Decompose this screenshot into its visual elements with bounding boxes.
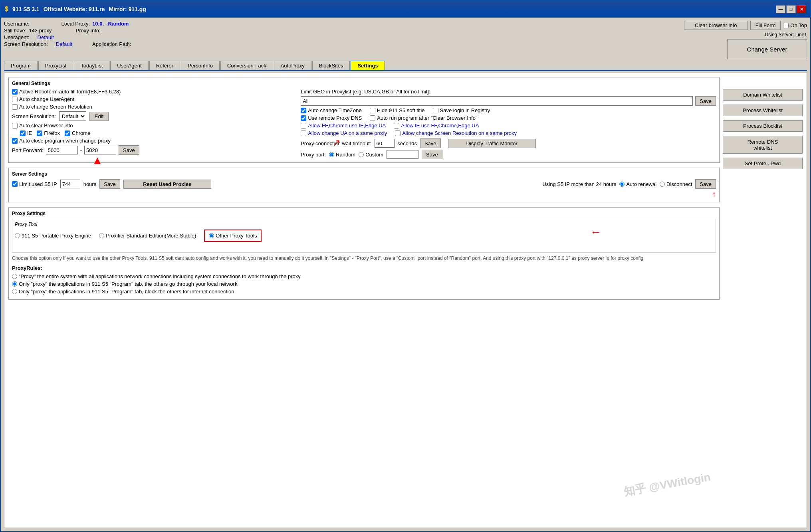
tab-todaylist[interactable]: TodayList: [74, 61, 109, 70]
on-top-label[interactable]: On Top: [783, 22, 807, 28]
save-geo-button[interactable]: Save: [695, 96, 716, 106]
proxy-rule-3-label[interactable]: Only "proxy" the applications in 911 S5 …: [12, 289, 234, 295]
timeout-input[interactable]: [375, 139, 395, 148]
random-radio-label[interactable]: Random: [329, 152, 355, 158]
tab-conversiontrack[interactable]: ConversionTrack: [220, 61, 273, 70]
auto-clear-browser-checkbox[interactable]: [12, 123, 18, 129]
tab-settings[interactable]: Settings: [351, 61, 385, 70]
save-proxy-port-button[interactable]: Save: [422, 150, 442, 159]
allow-ie-ff-chrome-checkbox[interactable]: [394, 123, 399, 129]
process-blocklist-button[interactable]: Process Blocklist: [723, 120, 803, 132]
chrome-checkbox[interactable]: [65, 131, 70, 136]
auto-change-screen-label[interactable]: Auto change Screen Resolution: [12, 104, 92, 110]
auto-change-ua-checkbox[interactable]: [12, 97, 18, 102]
port-from-input[interactable]: [46, 146, 78, 154]
firefox-label[interactable]: Firefox: [37, 130, 60, 136]
fill-form-button[interactable]: Fill Form: [750, 21, 781, 30]
save-timeout-button[interactable]: Save: [420, 138, 441, 148]
proxy-rule-2-label[interactable]: Only "proxy" the applications in 911 S5 …: [12, 281, 237, 287]
tab-program[interactable]: Program: [4, 61, 38, 70]
clear-browser-button[interactable]: Clear browser info: [684, 21, 748, 30]
auto-clear-browser-label[interactable]: Auto clear Browser info: [12, 123, 73, 129]
geo-input[interactable]: [301, 96, 693, 106]
limit-used-s5-checkbox[interactable]: [12, 181, 18, 187]
proxy-rule-2-radio[interactable]: [12, 281, 17, 287]
domain-whitelist-button[interactable]: Domain Whitelist: [723, 89, 803, 101]
hide-title-checkbox[interactable]: [370, 108, 375, 113]
custom-radio[interactable]: [359, 152, 364, 157]
auto-close-program-checkbox[interactable]: [12, 138, 18, 144]
remote-dns-whitelist-button[interactable]: Remote DNSwhitelist: [723, 136, 803, 154]
random-radio[interactable]: [329, 152, 334, 157]
allow-ie-ff-chrome-label[interactable]: Allow IE use FF,Chrome,Edge UA: [394, 123, 479, 129]
minimize-button[interactable]: —: [776, 5, 785, 13]
proxy-rule-3-radio[interactable]: [12, 289, 17, 294]
chrome-label[interactable]: Chrome: [65, 130, 90, 136]
tab-autoproxy[interactable]: AutoProxy: [274, 61, 311, 70]
ie-label[interactable]: IE: [20, 130, 32, 136]
maximize-button[interactable]: □: [786, 5, 796, 13]
tab-blocksites[interactable]: BlockSites: [312, 61, 350, 70]
useragent-value[interactable]: Default: [38, 34, 54, 40]
display-traffic-button[interactable]: Display Traffic Monitor: [448, 139, 536, 148]
allow-ff-chrome-ie-checkbox[interactable]: [301, 123, 306, 129]
port-to-input[interactable]: [84, 146, 116, 154]
auto-timezone-checkbox[interactable]: [301, 108, 306, 113]
allow-change-ua-proxy-label[interactable]: Allow change UA on a same proxy: [301, 130, 387, 136]
tool-proxifier-radio[interactable]: [99, 233, 104, 238]
tool-911-radio[interactable]: [15, 233, 20, 238]
allow-ff-chrome-ie-label[interactable]: Allow FF,Chrome use IE,Edge UA: [301, 123, 386, 129]
reset-used-proxies-button[interactable]: Reset Used Proxies: [123, 180, 211, 189]
allow-change-screen-proxy-label[interactable]: Allow change Screen Resolution on a same…: [395, 130, 517, 136]
use-remote-dns-label[interactable]: Use remote Proxy DNS: [301, 115, 362, 121]
use-remote-dns-checkbox[interactable]: [301, 115, 306, 121]
close-button[interactable]: ✕: [797, 5, 806, 13]
tool-911-label[interactable]: 911 S5 Portable Proxy Engine: [15, 233, 91, 239]
hours-input[interactable]: [60, 180, 80, 188]
limit-used-s5-label[interactable]: Limit used S5 IP: [12, 181, 57, 187]
disconnect-label[interactable]: Disconnect: [660, 181, 692, 187]
save-usage-button[interactable]: Save: [695, 179, 716, 189]
change-server-button[interactable]: Change Server: [727, 39, 807, 59]
ie-checkbox[interactable]: [20, 131, 26, 136]
auto-run-label[interactable]: Auto run program after "Clear Browser In…: [370, 115, 477, 121]
auto-close-program-label[interactable]: Auto close program when change proxy: [12, 138, 111, 144]
proxy-rule-1-radio[interactable]: [12, 274, 17, 279]
on-top-checkbox[interactable]: [783, 23, 789, 28]
proxy-rule-1-label[interactable]: "Proxy" the entire system with all appli…: [12, 273, 301, 279]
tool-other-label[interactable]: Other Proxy Tools: [209, 233, 257, 239]
left-checkboxes: Active Roboform auto fill form(IE8,FF3.6…: [12, 89, 289, 159]
screen-res-value[interactable]: Default: [56, 41, 72, 47]
allow-change-screen-proxy-checkbox[interactable]: [395, 131, 401, 136]
save-login-checkbox[interactable]: [433, 108, 438, 113]
set-protect-pwd-button[interactable]: Set Prote...Pwd: [723, 158, 803, 169]
tab-referer[interactable]: Referer: [149, 61, 180, 70]
active-roboform-label[interactable]: Active Roboform auto fill form(IE8,FF3.6…: [12, 89, 121, 95]
auto-run-checkbox[interactable]: [370, 115, 375, 121]
auto-change-screen-checkbox[interactable]: [12, 104, 18, 110]
tab-useragent[interactable]: UserAgent: [110, 61, 148, 70]
custom-port-input[interactable]: [387, 150, 418, 159]
tool-proxifier-label[interactable]: Proxifier Standard Edition(More Stable): [99, 233, 196, 239]
disconnect-radio[interactable]: [660, 182, 665, 187]
auto-timezone-label[interactable]: Auto change TimeZone: [301, 107, 361, 113]
hide-title-label[interactable]: Hide 911 S5 soft title: [370, 107, 425, 113]
process-whitelist-button[interactable]: Process Whitelist: [723, 105, 803, 116]
auto-renewal-radio[interactable]: [619, 182, 625, 187]
auto-renewal-label[interactable]: Auto renewal: [619, 181, 656, 187]
tab-proxylist[interactable]: ProxyList: [38, 61, 73, 70]
tool-other-radio[interactable]: [209, 233, 214, 238]
red-arrow-proxy-port: ↙: [333, 138, 341, 149]
auto-change-ua-label[interactable]: Auto change UserAgent: [12, 96, 74, 102]
tab-personinfo[interactable]: PersonInfo: [181, 61, 220, 70]
save-port-button[interactable]: Save: [119, 145, 139, 155]
save-server-button[interactable]: Save: [99, 179, 120, 189]
edit-screen-res-button[interactable]: Edit: [89, 112, 109, 121]
allow-change-ua-proxy-checkbox[interactable]: [301, 131, 306, 136]
custom-radio-label[interactable]: Custom: [359, 152, 383, 158]
firefox-checkbox[interactable]: [37, 131, 42, 136]
save-login-label[interactable]: Save login in Registry: [433, 107, 490, 113]
app-title: 911 S5 3.1: [12, 6, 40, 12]
active-roboform-checkbox[interactable]: [12, 89, 18, 95]
screen-res-dropdown[interactable]: Default: [59, 111, 86, 121]
